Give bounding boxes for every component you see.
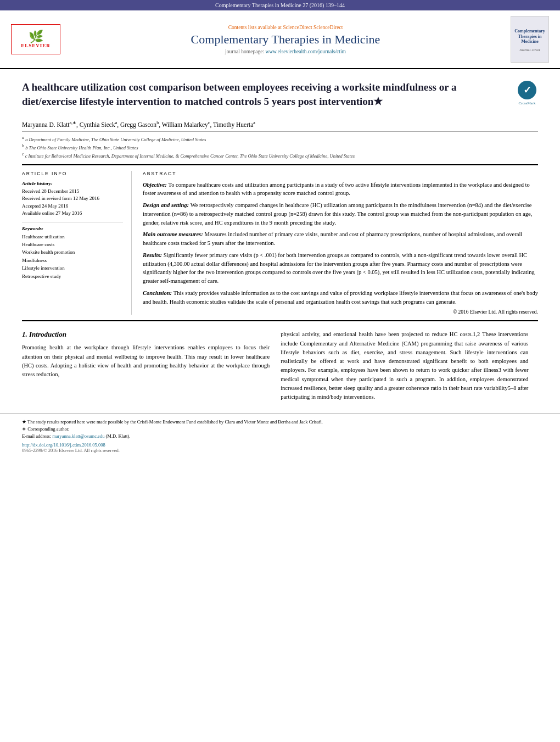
journal-citation-bar: Complementary Therapies in Medicine 27 (… (0, 0, 560, 10)
keyword-6: Retrospective study (22, 272, 123, 280)
crossmark-block: ✓ CrossMark (516, 80, 538, 105)
objective-text: To compare healthcare costs and utilizat… (143, 182, 530, 197)
authors-line: Maryanna D. Klatta,∗, Cynthia Siecka, Gr… (22, 120, 538, 128)
journal-title-block: Contents lists available at ScienceDirec… (71, 25, 500, 54)
authors-section: Maryanna D. Klatta,∗, Cynthia Siecka, Gr… (0, 120, 560, 164)
keyword-2: Healthcare costs (22, 241, 123, 248)
homepage-line: journal homepage: www.elsevierhealth.com… (71, 49, 500, 54)
intro-right-col: physical activity, and emotional health … (281, 330, 528, 405)
abstract-objective: Objective: To compare healthcare costs a… (143, 181, 538, 198)
keywords-block: Keywords: Healthcare utilization Healthc… (22, 226, 123, 280)
outcome-label: Main outcome measures: (143, 231, 203, 237)
conclusion-text: This study provides valuable information… (143, 290, 538, 305)
footnotes-section: ★ The study results reported here were m… (0, 414, 560, 457)
design-label: Design and setting: (143, 202, 189, 208)
contents-available-line: Contents lists available at ScienceDirec… (71, 25, 500, 30)
keywords-label: Keywords: (22, 226, 123, 231)
design-text: We retrospectively compared changes in h… (143, 202, 532, 226)
abstract-design: Design and setting: We retrospectively c… (143, 201, 538, 227)
sciencedirect-link[interactable]: ScienceDirect (283, 25, 312, 30)
crossmark-icon: ✓ (517, 80, 537, 100)
affiliations-block: a a Department of Family Medicine, The O… (22, 131, 538, 158)
elsevier-logo: 🌿 ELSEVIER (11, 24, 60, 54)
corresponding-footnote: ∗ Corresponding author. (22, 426, 538, 433)
article-info-col: ARTICLE INFO Article history: Received 2… (22, 171, 132, 315)
conclusion-label: Conclusion: (143, 290, 172, 296)
info-divider (22, 222, 123, 222)
keyword-3: Worksite health promotion (22, 248, 123, 256)
accepted-date: Accepted 24 May 2016 (22, 203, 123, 210)
abstract-outcome: Main outcome measures: Measures included… (143, 230, 538, 248)
crossmark-label: CrossMark (518, 101, 535, 105)
article-info-abstract: ARTICLE INFO Article history: Received 2… (0, 165, 560, 321)
results-label: Results: (143, 252, 162, 258)
article-info-heading: ARTICLE INFO (22, 171, 123, 176)
journal-header: 🌿 ELSEVIER Contents lists available at S… (0, 10, 560, 69)
intro-left-col: 1. Introduction Promoting health at the … (22, 330, 270, 405)
article-header-area: A healthcare utilization cost comparison… (0, 69, 560, 120)
intro-para-2: physical activity, and emotional health … (281, 330, 528, 401)
keyword-4: Mindfulness (22, 256, 123, 264)
affiliation-b: b b The Ohio State University Health Pla… (22, 143, 538, 150)
revised-date: Received in revised form 12 May 2016 (22, 195, 123, 203)
intro-para-1: Promoting health at the workplace throug… (22, 343, 270, 379)
journal-citation: Complementary Therapies in Medicine 27 (… (215, 2, 345, 8)
article-title: A healthcare utilization cost comparison… (22, 80, 508, 108)
received-date: Received 28 December 2015 (22, 188, 123, 196)
email-footnote: E-mail address: maryanna.klatt@osumc.edu… (22, 433, 538, 440)
introduction-section: 1. Introduction Promoting health at the … (0, 321, 560, 414)
copyright-line: © 2016 Elsevier Ltd. All rights reserved… (143, 309, 538, 315)
results-text: Significantly fewer primary care visits … (143, 252, 535, 284)
abstract-col: ABSTRACT Objective: To compare healthcar… (143, 171, 538, 315)
objective-label: Objective: (143, 182, 167, 188)
page: Complementary Therapies in Medicine 27 (… (0, 0, 560, 742)
affiliation-c: c c Institute for Behavioral Medicine Re… (22, 152, 538, 159)
article-title-block: A healthcare utilization cost comparison… (22, 80, 508, 115)
svg-text:✓: ✓ (523, 85, 531, 96)
affiliation-a: a a Department of Family Medicine, The O… (22, 135, 538, 142)
issn-line: 0965-2299/© 2016 Elsevier Ltd. All right… (22, 448, 538, 453)
email-link[interactable]: maryanna.klatt@osumc.edu (52, 433, 104, 439)
homepage-link[interactable]: www.elsevierhealth.com/journals/ctim (265, 49, 346, 54)
intro-heading: 1. Introduction (22, 330, 270, 339)
elsevier-symbol: 🌿 (29, 31, 43, 43)
abstract-conclusion: Conclusion: This study provides valuable… (143, 289, 538, 306)
abstract-results: Results: Significantly fewer primary car… (143, 251, 538, 286)
keyword-1: Healthcare utilization (22, 233, 123, 241)
article-history: Article history: Received 28 December 20… (22, 181, 123, 217)
journal-thumbnail: Complementary Therapies in Medicine Jour… (511, 16, 549, 63)
available-date: Available online 27 May 2016 (22, 210, 123, 217)
history-label: Article history: (22, 181, 123, 186)
abstract-heading: ABSTRACT (143, 171, 538, 176)
doi-line[interactable]: http://dx.doi.org/10.1016/j.ctim.2016.05… (22, 442, 538, 448)
keyword-5: Lifestyle intervention (22, 264, 123, 272)
journal-title: Complementary Therapies in Medicine (71, 32, 500, 47)
star-footnote: ★ The study results reported here were m… (22, 419, 538, 426)
elsevier-wordmark: ELSEVIER (21, 43, 51, 48)
